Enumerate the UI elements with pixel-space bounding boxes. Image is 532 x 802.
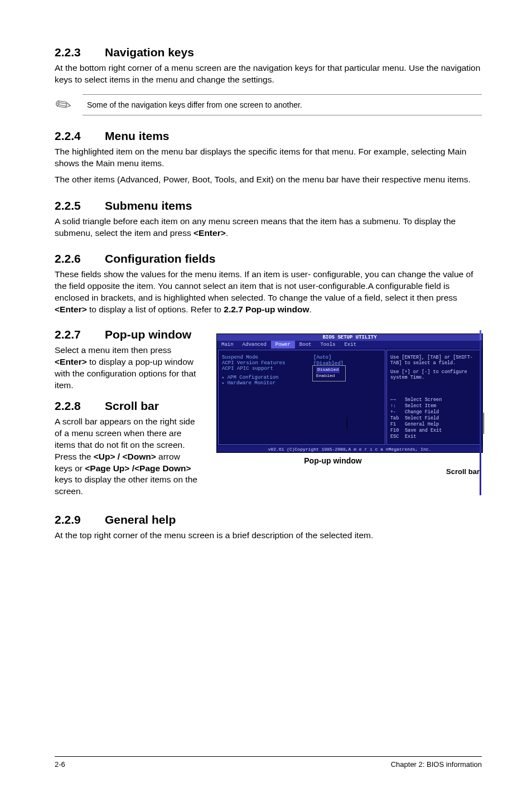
pencil-icon: ✎ [50, 90, 77, 119]
bios-scrollbar[interactable] [480, 330, 481, 495]
bios-popup-opt-enabled[interactable]: Enabled [316, 373, 340, 379]
heading-num: 2.2.5 [55, 199, 105, 212]
para-224-1: The highlighted item on the menu bar dis… [55, 146, 482, 170]
heading-title: Navigation keys [105, 46, 194, 59]
bios-item-acpi-ver[interactable]: ACPI Version Features[Disabled] [222, 360, 381, 366]
heading-229: 2.2.9General help [55, 513, 482, 526]
heading-223: 2.2.3Navigation keys [55, 46, 482, 59]
bios-help-2: Use [+] or [-] to configure system Time. [390, 369, 477, 380]
bios-tab-tools[interactable]: Tools [316, 341, 340, 349]
bios-copyright: v02.61 (C)Copyright 1985-2008,A m e r i … [217, 446, 482, 452]
note-text: Some of the navigation keys differ from … [83, 94, 482, 115]
heading-num: 2.2.8 [55, 399, 105, 413]
callout-popup: Pop-up window [183, 456, 483, 465]
heading-num: 2.2.3 [55, 46, 105, 59]
bios-tab-advanced[interactable]: Advanced [238, 341, 271, 349]
heading-224: 2.2.4Menu items [55, 129, 482, 143]
para-229-1: At the top right corner of the menu scre… [55, 530, 482, 542]
bios-item-suspend[interactable]: Suspend Mode[Auto] [222, 355, 381, 360]
para-224-2: The other items (Advanced, Power, Boot, … [55, 174, 482, 186]
callout-scroll: Scroll bar [216, 467, 480, 476]
heading-num: 2.2.4 [55, 129, 105, 143]
heading-title: Configuration fields [105, 252, 215, 265]
heading-num: 2.2.9 [55, 513, 105, 526]
page-footer: 2-6 Chapter 2: BIOS information [55, 756, 482, 769]
heading-title: Scroll bar [105, 399, 159, 412]
heading-226: 2.2.6Configuration fields [55, 252, 482, 265]
heading-title: Pop-up window [105, 328, 191, 341]
bios-popup[interactable]: Disabled Enabled [312, 365, 346, 381]
bios-tab-main[interactable]: Main [217, 341, 238, 349]
callout-line-popup [347, 417, 347, 429]
bios-tab-power[interactable]: Power [271, 341, 295, 349]
bios-title: BIOS SETUP UTILITY [217, 334, 482, 341]
chapter-label: Chapter 2: BIOS information [391, 760, 482, 769]
heading-title: Menu items [105, 129, 170, 142]
bios-nav-keys: ←→Select Screen ↑↓Select Item +-Change F… [390, 397, 477, 440]
heading-228: 2.2.8Scroll bar [55, 399, 200, 413]
bios-help-panel: Use [ENTER], [TAB] or [SHIFT-TAB] to sel… [386, 350, 481, 445]
heading-227: 2.2.7Pop-up window [55, 328, 200, 341]
bios-menubar: Main Advanced Power Boot Tools Exit [217, 341, 482, 349]
heading-num: 2.2.6 [55, 252, 105, 265]
bios-screenshot: BIOS SETUP UTILITY Main Advanced Power B… [216, 334, 483, 453]
note-block: ✎ Some of the navigation keys differ fro… [55, 94, 482, 116]
bios-items-panel: Suspend Mode[Auto] ACPI Version Features… [218, 350, 385, 445]
para-223-1: At the bottom right corner of a menu scr… [55, 62, 482, 86]
callout-line-scroll [483, 413, 484, 434]
bios-sub-apm[interactable]: APM Configuration [222, 375, 381, 380]
bios-sub-hwmon[interactable]: Hardware Monitor [222, 380, 381, 386]
para-226-1: These fields show the values for the men… [55, 269, 482, 316]
heading-num: 2.2.7 [55, 328, 105, 341]
bios-tab-boot[interactable]: Boot [295, 341, 316, 349]
heading-225: 2.2.5Submenu items [55, 199, 482, 212]
para-228-1: A scroll bar appears on the right side o… [55, 416, 200, 497]
bios-item-acpi-apic[interactable]: ACPI APIC support [222, 366, 381, 371]
bios-help-1: Use [ENTER], [TAB] or [SHIFT-TAB] to sel… [390, 355, 477, 366]
para-227-1: Select a menu item then press <Enter> to… [55, 345, 200, 392]
bios-popup-opt-disabled[interactable]: Disabled [316, 367, 340, 373]
heading-title: General help [105, 513, 176, 526]
page-number: 2-6 [55, 760, 65, 769]
para-225-1: A solid triangle before each item on any… [55, 216, 482, 239]
heading-title: Submenu items [105, 199, 192, 212]
bios-tab-exit[interactable]: Exit [340, 341, 361, 349]
